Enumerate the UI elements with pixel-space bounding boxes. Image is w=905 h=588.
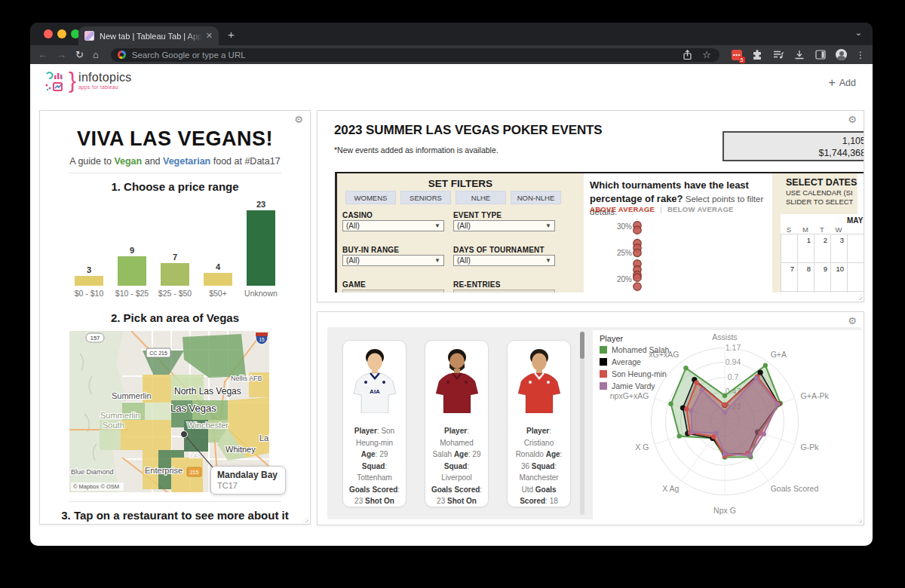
scatter-point[interactable] bbox=[634, 274, 641, 281]
bar-1[interactable]: 9$10 - $25 bbox=[118, 246, 146, 298]
tab-close-icon[interactable]: ✕ bbox=[206, 31, 213, 41]
radar-vertex[interactable] bbox=[722, 452, 727, 456]
calendar-date[interactable]: 9 bbox=[812, 265, 827, 273]
media-queue-icon[interactable] bbox=[772, 49, 784, 61]
add-button[interactable]: + Add bbox=[828, 78, 856, 88]
bar-2[interactable]: 7$25 - $50 bbox=[161, 253, 189, 298]
rake-scatter-plot[interactable]: 30%25%20% bbox=[590, 217, 771, 292]
map-marker[interactable] bbox=[181, 431, 188, 438]
radar-vertex[interactable] bbox=[722, 403, 727, 407]
dropdown-days-of-tournament[interactable]: (All)▼ bbox=[453, 255, 555, 266]
radar-vertex[interactable] bbox=[754, 375, 759, 380]
filter-button-non-nlhe[interactable]: NON-NLHE bbox=[511, 191, 561, 204]
dropdown-partial[interactable] bbox=[453, 289, 555, 292]
dropdown-buy-in-range[interactable]: (All)▼ bbox=[342, 255, 444, 266]
radar-vertex[interactable] bbox=[668, 402, 673, 406]
dropdown-casino[interactable]: (All)▼ bbox=[342, 220, 444, 231]
tabstrip-chevron-icon[interactable]: ⌄ bbox=[855, 28, 862, 38]
side-panel-icon[interactable] bbox=[814, 49, 827, 61]
map-label: Summerlin bbox=[112, 391, 152, 400]
calendar-date[interactable]: 3 bbox=[829, 236, 844, 244]
radar-vertex[interactable] bbox=[695, 381, 699, 385]
radar-vertex[interactable] bbox=[747, 453, 752, 458]
bar-0[interactable]: 3$0 - $10 bbox=[75, 265, 103, 298]
calendar-date[interactable]: 2 bbox=[812, 236, 827, 244]
radar-vertex[interactable] bbox=[722, 394, 727, 398]
minimize-window-button[interactable] bbox=[57, 29, 66, 38]
legend-item[interactable]: Son Heung-min bbox=[600, 369, 669, 378]
gear-icon[interactable]: ⚙ bbox=[848, 316, 857, 326]
calendar-date[interactable]: 1 bbox=[796, 236, 811, 244]
dropdown-event-type[interactable]: (All)▼ bbox=[453, 220, 555, 231]
scrollbar-thumb[interactable] bbox=[580, 332, 584, 359]
filter-button-womens[interactable]: WOMENS bbox=[345, 191, 396, 204]
player-card-1[interactable]: AIAPlayer: Son Heung-min Age: 29 Squad: … bbox=[342, 340, 406, 507]
radar-vertex[interactable] bbox=[758, 370, 763, 375]
radar-vertex[interactable] bbox=[714, 430, 719, 435]
resize-handle[interactable] bbox=[856, 294, 862, 300]
gear-icon[interactable]: ⚙ bbox=[294, 115, 303, 124]
bar[interactable] bbox=[204, 273, 232, 286]
select-dates-line2: SLIDER TO SELECT bbox=[786, 198, 853, 206]
share-icon[interactable] bbox=[681, 49, 693, 61]
radar-vertex[interactable] bbox=[677, 433, 682, 438]
filter-button-seniors[interactable]: SENIORS bbox=[400, 191, 451, 204]
radar-vertex[interactable] bbox=[689, 408, 693, 412]
tooltip-subtitle: TC17 bbox=[217, 481, 279, 490]
legend-item[interactable]: Jamie Vardy bbox=[600, 381, 669, 390]
address-bar[interactable]: Search Google or type a URL ☆ bbox=[111, 48, 719, 62]
legend-swatch bbox=[600, 370, 607, 378]
extensions-puzzle-icon[interactable] bbox=[751, 49, 763, 61]
download-icon[interactable] bbox=[793, 49, 805, 61]
browser-menu-icon[interactable]: ⋮ bbox=[856, 50, 865, 60]
bar[interactable] bbox=[161, 263, 189, 286]
legend-item[interactable]: Average bbox=[600, 357, 669, 366]
profile-avatar[interactable] bbox=[836, 49, 847, 60]
gear-icon[interactable]: ⚙ bbox=[848, 115, 857, 124]
filter-button-nlhe[interactable]: NLHE bbox=[456, 191, 506, 204]
bar-3[interactable]: 4$50+ bbox=[204, 262, 232, 298]
svg-text:AIA: AIA bbox=[370, 388, 380, 395]
player-card-2[interactable]: Player: Mohamed Salah Age: 29 Squad: Liv… bbox=[425, 340, 489, 507]
filter-label: DAYS OF TOURNAMENT bbox=[453, 246, 545, 254]
radar-vertex[interactable] bbox=[775, 402, 780, 406]
home-button[interactable]: ⌂ bbox=[93, 50, 99, 60]
bar-category: $50+ bbox=[209, 289, 227, 298]
radar-axis-label: Assists bbox=[712, 332, 737, 341]
bookmark-star-icon[interactable]: ☆ bbox=[701, 49, 713, 61]
cards-scrollbar[interactable] bbox=[580, 332, 584, 515]
red-extension-icon[interactable]: •••5 bbox=[732, 50, 742, 60]
radar-vertex[interactable] bbox=[689, 430, 694, 434]
browser-tab[interactable]: New tab | Tableau Tab | AppsFo ✕ bbox=[78, 26, 219, 45]
dropdown-partial[interactable] bbox=[342, 289, 444, 292]
bar[interactable] bbox=[118, 256, 146, 286]
legend-label: Son Heung-min bbox=[612, 369, 667, 378]
calendar-date[interactable]: 8 bbox=[796, 265, 811, 273]
calendar[interactable]: MAYSMTW12378910 bbox=[781, 214, 864, 292]
price-range-bar-chart[interactable]: 3$0 - $109$10 - $257$25 - $504$50+23Unkn… bbox=[54, 198, 296, 298]
legend-item[interactable]: Mohamed Salah bbox=[600, 345, 669, 354]
infotopics-logo[interactable]: } infotopics apps for tableau bbox=[44, 71, 132, 92]
bar-4[interactable]: 23Unknown bbox=[247, 200, 275, 298]
scatter-point[interactable] bbox=[634, 226, 641, 234]
radar-vertex[interactable] bbox=[684, 406, 689, 411]
scatter-point[interactable] bbox=[634, 249, 641, 256]
close-window-button[interactable] bbox=[44, 29, 53, 38]
back-button[interactable]: ← bbox=[38, 50, 48, 60]
radar-vertex[interactable] bbox=[761, 432, 765, 436]
bar[interactable] bbox=[75, 276, 103, 286]
above-average-link[interactable]: ABOVE AVERAGE bbox=[590, 205, 655, 213]
forward-button[interactable]: → bbox=[57, 50, 66, 60]
calendar-date[interactable]: 7 bbox=[779, 265, 794, 273]
bar[interactable] bbox=[247, 210, 275, 286]
scatter-point[interactable] bbox=[634, 283, 641, 290]
radar-vertex[interactable] bbox=[763, 363, 768, 368]
radar-vertex[interactable] bbox=[722, 410, 727, 415]
calendar-date[interactable]: 10 bbox=[829, 265, 844, 273]
player-card-3[interactable]: Player: Cristiano Ronaldo Age: 36 Squad:… bbox=[507, 340, 571, 507]
reload-button[interactable]: ↻ bbox=[75, 50, 84, 60]
radar-vertex[interactable] bbox=[699, 387, 704, 392]
radar-vertex[interactable] bbox=[683, 366, 688, 370]
new-tab-button[interactable]: + bbox=[228, 28, 235, 41]
below-average-link[interactable]: BELOW AVERAGE bbox=[667, 205, 734, 213]
